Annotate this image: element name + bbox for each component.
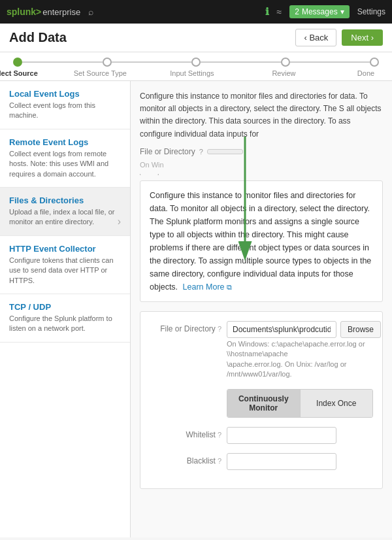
logo-enterprise: enterprise xyxy=(42,7,80,17)
blacklist-input[interactable] xyxy=(227,453,336,470)
step-5 xyxy=(370,58,379,67)
logo-splunk: splunk> xyxy=(7,7,41,17)
activity-icon[interactable]: ≈ xyxy=(277,7,282,17)
sidebar: Local Event Logs Collect event logs from… xyxy=(0,81,131,537)
step-1-label: Select Source xyxy=(0,69,38,77)
messages-chevron-icon: ▾ xyxy=(340,7,344,16)
step-1-label-container: Select Source xyxy=(0,68,38,78)
step-2-label-container: Set Source Type xyxy=(71,68,129,78)
file-or-directory-input[interactable] xyxy=(227,321,336,338)
search-icon[interactable]: ⌕ xyxy=(88,7,93,17)
right-panel: Configure this instance to monitor files… xyxy=(131,81,392,537)
sidebar-item-http-event-collector[interactable]: HTTP Event Collector Configure tokens th… xyxy=(0,236,130,294)
file-input-hint: On Windows: c:\apache\apache.error.log o… xyxy=(227,339,381,380)
preview-hint-apache: \apach xyxy=(140,171,383,175)
preview-section: Configure this instance to monitor files… xyxy=(140,90,383,175)
whitelist-input-container xyxy=(227,427,373,444)
connector-1 xyxy=(22,61,103,63)
messages-label: Messages xyxy=(302,7,338,16)
file-directory-help-icon[interactable]: ? xyxy=(218,325,221,333)
sidebar-item-remote-event-logs-title: Remote Event Logs xyxy=(9,137,121,147)
blacklist-label: Blacklist ? xyxy=(150,453,221,465)
info-icon[interactable]: ℹ xyxy=(265,6,269,18)
step-5-circle xyxy=(370,58,379,67)
sidebar-item-files-directories-arrow: › xyxy=(118,216,121,228)
step-2 xyxy=(103,58,112,67)
whitelist-help-icon[interactable]: ? xyxy=(218,431,221,439)
top-navigation: splunk> enterprise ⌕ ℹ ≈ 2 Messages ▾ Se… xyxy=(0,0,392,24)
preview-input xyxy=(207,149,243,154)
back-button[interactable]: ‹ Back xyxy=(295,29,336,46)
preview-field-label: File or Directory xyxy=(140,146,195,158)
connector-3 xyxy=(201,61,281,63)
main-content: Local Event Logs Collect event logs from… xyxy=(0,81,392,537)
blacklist-input-container xyxy=(227,453,373,470)
sidebar-item-http-event-collector-desc: Configure tokens that clients can use to… xyxy=(9,256,121,286)
file-or-directory-input-group: Browse On Windows: c:\apache\apache.erro… xyxy=(227,321,381,380)
header-bar: Add Data ‹ Back Next › xyxy=(0,24,392,52)
step-3 xyxy=(191,58,201,67)
step-4-label-container: Review xyxy=(264,68,303,78)
hint-line-1: On Windows: c:\apache\apache.error.log o… xyxy=(227,339,381,360)
preview-hint-windows: On Win xyxy=(140,160,383,171)
sidebar-item-remote-event-logs[interactable]: Remote Event Logs Collect event logs fro… xyxy=(0,129,130,188)
preview-text-1: Configure this instance to monitor files… xyxy=(140,90,383,141)
description-text: Configure this instance to monitor files… xyxy=(150,191,371,292)
step-2-label: Set Source Type xyxy=(74,69,127,77)
step-4 xyxy=(281,58,290,67)
sidebar-item-tcp-udp-desc: Configure the Splunk platform to listen … xyxy=(9,314,121,334)
blacklist-help-icon[interactable]: ? xyxy=(218,457,221,465)
continuously-monitor-button[interactable]: Continuously Monitor xyxy=(227,390,300,417)
step-1-circle xyxy=(13,58,22,67)
wizard-steps: Select Source Set Source Type Input Sett… xyxy=(0,52,392,81)
hint-line-2: \apache.error.log. On Unix: /var/log or … xyxy=(227,360,381,380)
external-link-icon: ⧉ xyxy=(227,283,232,291)
index-once-button[interactable]: Index Once xyxy=(300,390,373,417)
form-section: File or Directory ? Browse On Windows: c… xyxy=(140,311,383,489)
messages-button[interactable]: 2 Messages ▾ xyxy=(289,5,349,18)
question-icon-preview: ? xyxy=(199,146,203,158)
sidebar-item-remote-event-logs-desc: Collect event logs from remote hosts. No… xyxy=(9,149,121,179)
connector-2 xyxy=(112,61,192,63)
file-or-directory-label: File or Directory ? xyxy=(150,321,221,333)
browse-button[interactable]: Browse xyxy=(340,321,381,338)
step-3-label: Input Settings xyxy=(170,69,214,77)
whitelist-row: Whitelist ? xyxy=(150,427,373,444)
whitelist-input[interactable] xyxy=(227,427,336,444)
settings-link[interactable]: Settings xyxy=(357,7,385,16)
step-5-label-container: Done xyxy=(353,68,379,78)
sidebar-item-local-event-logs[interactable]: Local Event Logs Collect event logs from… xyxy=(0,81,130,129)
file-input-with-browse: Browse xyxy=(227,321,381,338)
step-4-circle xyxy=(281,58,290,67)
sidebar-item-tcp-udp[interactable]: TCP / UDP Configure the Splunk platform … xyxy=(0,294,130,343)
step-1 xyxy=(13,58,22,67)
preview-hint: On Win \apach xyxy=(140,160,383,175)
logo: splunk> enterprise xyxy=(7,7,80,17)
step-labels: Select Source Set Source Type Input Sett… xyxy=(13,68,379,78)
connector-4 xyxy=(290,61,370,63)
sidebar-item-tcp-udp-title: TCP / UDP xyxy=(9,302,121,312)
file-or-directory-row: File or Directory ? Browse On Windows: c… xyxy=(150,321,373,380)
messages-count: 2 xyxy=(295,7,299,16)
sidebar-item-files-directories[interactable]: Files & Directories Upload a file, index… xyxy=(0,188,130,236)
sidebar-item-http-event-collector-title: HTTP Event Collector xyxy=(9,244,121,254)
sidebar-item-local-event-logs-desc: Collect event logs from this machine. xyxy=(9,101,121,121)
step-3-label-container: Input Settings xyxy=(163,68,221,78)
description-box: Configure this instance to monitor files… xyxy=(140,180,383,302)
page-title: Add Data xyxy=(9,30,67,45)
header-actions: ‹ Back Next › xyxy=(295,29,383,46)
sidebar-item-files-directories-title: Files & Directories xyxy=(9,195,121,205)
step-5-label: Done xyxy=(357,69,374,77)
step-2-circle xyxy=(103,58,112,67)
sidebar-item-local-event-logs-title: Local Event Logs xyxy=(9,89,121,99)
blacklist-row: Blacklist ? xyxy=(150,453,373,470)
whitelist-label: Whitelist ? xyxy=(150,427,221,439)
step-track xyxy=(13,58,379,67)
monitor-buttons: Continuously Monitor Index Once xyxy=(227,389,373,418)
step-3-circle xyxy=(191,58,201,67)
sidebar-item-files-directories-desc: Upload a file, index a local file, or mo… xyxy=(9,207,121,228)
learn-more-link[interactable]: Learn More xyxy=(183,282,225,292)
next-button[interactable]: Next › xyxy=(342,29,383,46)
preview-field-row: File or Directory ? xyxy=(140,146,383,158)
step-4-label: Review xyxy=(272,69,295,77)
